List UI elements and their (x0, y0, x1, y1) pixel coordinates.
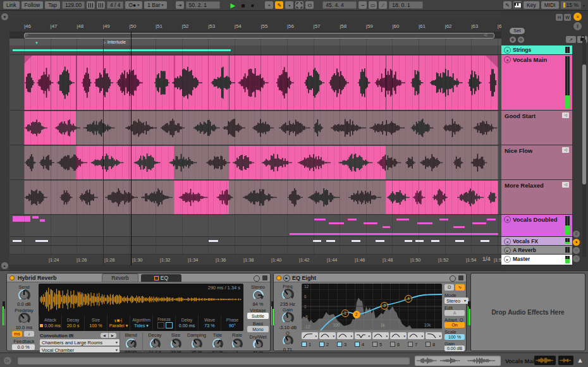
stop-button[interactable]: ■ (239, 2, 247, 9)
take-lanes-icon[interactable]: ≡ (504, 47, 511, 54)
ir-prev-button[interactable]: ◀ (101, 333, 108, 338)
param-phase[interactable]: Phase90° (221, 315, 243, 330)
link-button[interactable]: Link (3, 1, 20, 9)
band-2-enable[interactable]: 2 (319, 341, 336, 347)
param-attack[interactable]: Attack0.00 ms (39, 315, 61, 330)
track-header-more-relaxed[interactable]: More Relaxed◁ (501, 180, 572, 214)
track-header-good-start[interactable]: Good Start◁ (501, 111, 572, 145)
hybrid-reverb-device[interactable]: Hybrid ReverbReverbEQSend0.0 dBPredelay1… (6, 273, 271, 351)
audition-play-icon[interactable]: ▶ (283, 275, 290, 282)
playhead[interactable] (131, 32, 132, 265)
fx-clip-dash[interactable] (313, 240, 321, 242)
attack-toggle[interactable] (40, 324, 43, 327)
track-header-vocals-main[interactable]: ≡Vocals Main (501, 55, 572, 110)
loop-start-field[interactable]: 45. 4. 4 (322, 1, 357, 9)
scrollbar-thumb[interactable] (582, 64, 586, 184)
tide-knob[interactable] (212, 339, 223, 349)
vocals-main-clip[interactable] (24, 56, 498, 110)
band-6-enable[interactable]: 6 (390, 341, 407, 347)
loop-brace[interactable] (24, 33, 494, 39)
map-mode-icon[interactable] (450, 275, 456, 282)
mixer-section-toggle[interactable]: ○ (573, 255, 580, 262)
param-size[interactable]: Size100 % (84, 315, 107, 330)
comp-segment-boundary[interactable] (386, 56, 386, 110)
take-lane-region[interactable] (24, 181, 498, 214)
comp-segment-boundary[interactable] (76, 56, 77, 110)
ir-category-select[interactable]: Chambers and Large Rooms▼ (40, 339, 120, 346)
eq-band-handle-3[interactable]: 3 (381, 302, 388, 310)
fx-clip-dash[interactable] (431, 240, 439, 242)
midi-note[interactable] (383, 226, 390, 228)
band-5-enable[interactable]: 5 (372, 341, 389, 347)
band-3-filter-select[interactable]: ▾ (337, 332, 353, 339)
fx-clip-dash[interactable] (405, 240, 412, 242)
track-lane-more-relaxed[interactable] (9, 180, 501, 215)
track-lane-vocals-fx[interactable] (9, 237, 501, 246)
punch-switch-button[interactable]: ∕ (379, 1, 387, 9)
device-drop-zone[interactable]: Drop Audio Effects Here (470, 273, 585, 351)
midi-note-line[interactable] (290, 233, 498, 235)
track-header-vocals-doubled[interactable]: ≡Vocals Doubled (501, 215, 572, 236)
zoom-width-button[interactable]: W (564, 14, 571, 21)
eq-graph[interactable]: 1260-6-121001k10k1234 (302, 284, 442, 330)
comp-segment-boundary[interactable] (174, 56, 175, 110)
follow-playhead-button[interactable]: ⇥ (176, 1, 184, 9)
band-7-checkbox[interactable] (408, 342, 413, 347)
param-wave[interactable]: Wave73 % (198, 315, 221, 330)
param-freeze[interactable]: Freeze (152, 315, 175, 330)
scale-field[interactable]: 100 % (444, 334, 465, 340)
arrangement-content[interactable]: |46|47|48|49|50|51|52|53|54|55|56|57|58|… (9, 11, 501, 270)
nudge-down-button[interactable] (87, 1, 95, 9)
device-activator-led[interactable] (276, 275, 281, 280)
automation-reenable-button[interactable]: ∼ (358, 1, 367, 9)
blend-knob[interactable] (126, 339, 137, 349)
set-locator-button[interactable]: Set (510, 28, 525, 34)
track-lane-vocals-main[interactable] (9, 55, 501, 111)
track-header-master[interactable]: ▸Master (501, 255, 572, 265)
fx-clip-dash[interactable] (376, 240, 384, 242)
damping-knob[interactable] (192, 339, 202, 349)
time-signature-field[interactable]: 4 / 4 (107, 1, 124, 9)
draw-mode-button[interactable]: ✎ (275, 1, 283, 9)
fx-clip-dash[interactable] (455, 240, 464, 242)
groove-amount-button[interactable]: O●▾ (125, 1, 142, 9)
size-knob[interactable] (171, 339, 181, 349)
ir-next-button[interactable]: ▶ (109, 333, 116, 338)
play-button[interactable]: ▶ (229, 2, 238, 9)
follow-arrange-button[interactable]: ↗ (566, 36, 576, 43)
track-lane-good-start[interactable] (9, 111, 501, 145)
track-lane-nice-flow[interactable] (9, 145, 501, 180)
midi-note[interactable] (348, 219, 357, 220)
rate-knob[interactable] (232, 339, 243, 349)
band-5-checkbox[interactable] (372, 342, 377, 347)
param-delay[interactable]: Delay0.00 ms (175, 315, 198, 330)
midi-note-block[interactable] (32, 216, 39, 219)
eq-band-handle-1[interactable]: 1 (341, 310, 349, 317)
nudge-up-button[interactable] (97, 1, 105, 9)
tap-tempo-button[interactable]: Tap (45, 1, 60, 9)
take-audition-button[interactable]: ◁ (562, 147, 569, 153)
fold-arrow-icon[interactable]: ▸ (504, 247, 511, 254)
automation-mode-button[interactable]: • (285, 1, 293, 9)
take-audition-button[interactable]: ◁ (562, 182, 569, 188)
band-3-checkbox[interactable] (337, 342, 342, 347)
band-2-checkbox[interactable] (319, 342, 324, 347)
tab-eq[interactable]: EQ (141, 274, 181, 282)
loop-brace-strip[interactable]: ▷◁ (9, 32, 501, 39)
show-info-button[interactable]: ▷ (4, 357, 11, 364)
band-1-filter-select[interactable]: ▾ (302, 332, 318, 339)
audition-button[interactable]: Ω (444, 284, 454, 291)
band-4-enable[interactable]: 4 (355, 341, 371, 347)
device-activator-led[interactable] (9, 275, 15, 280)
midi-note[interactable] (364, 222, 377, 224)
band-4-checkbox[interactable] (355, 342, 360, 347)
midi-note[interactable] (417, 222, 432, 224)
midi-note[interactable] (314, 219, 326, 220)
track-header-a-reverb[interactable]: ▸A Reverb (501, 246, 572, 254)
midi-note[interactable] (396, 219, 409, 220)
eq-band-handle-2[interactable]: 2 (353, 311, 360, 318)
feedback-value-field[interactable]: 0.0 % (12, 344, 35, 350)
track-header-nice-flow[interactable]: Nice Flow◁ (501, 145, 572, 179)
fx-clip-dash[interactable] (13, 240, 21, 242)
save-preset-icon[interactable] (262, 275, 267, 280)
